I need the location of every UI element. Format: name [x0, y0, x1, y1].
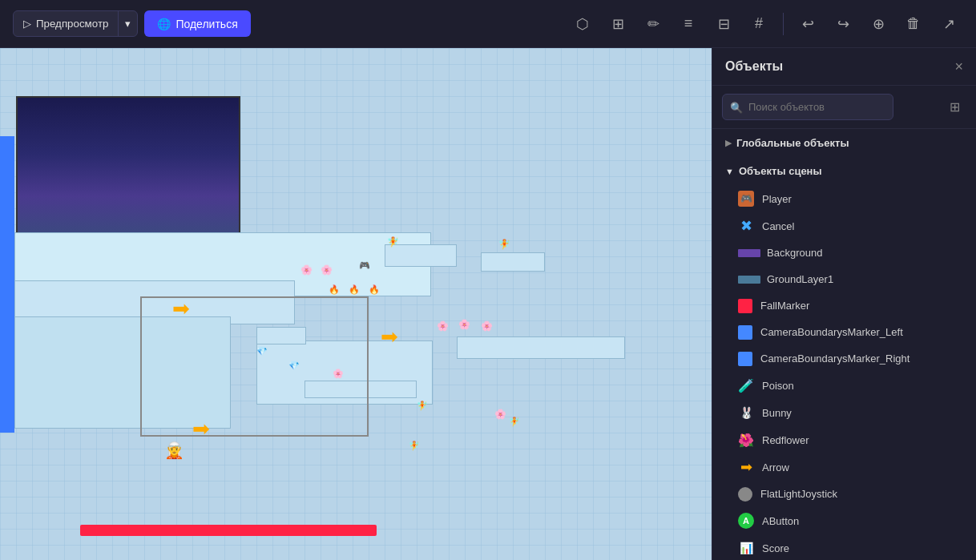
list-item[interactable]: Background ⋮	[712, 240, 976, 266]
char-obj-2: 🧚	[387, 236, 399, 248]
redo-button[interactable]: ↪	[829, 10, 857, 38]
list-item[interactable]: 🧪 Poison ⋮	[712, 372, 976, 399]
object-icon-fallmarker	[738, 299, 752, 313]
sky-background	[16, 96, 240, 240]
object-icon-cam-right	[738, 352, 752, 366]
pen-icon: ✏	[647, 15, 659, 33]
panel-close-button[interactable]: ×	[954, 59, 963, 74]
grid-icon: #	[755, 15, 763, 32]
panel-header: Объекты ×	[712, 48, 976, 86]
add-icon: ⊞	[950, 99, 960, 115]
pen-icon-button[interactable]: ✏	[639, 10, 667, 38]
redo-icon: ↪	[837, 15, 849, 33]
fire-obj-1: 🔥	[329, 284, 340, 295]
object-icon-groundlayer	[738, 276, 760, 284]
blocks-icon-button[interactable]: ⊞	[603, 10, 632, 38]
gem-obj-1: 💎	[256, 346, 268, 357]
preview-dropdown-button[interactable]: ▾	[118, 11, 137, 36]
export-icon: ↗	[943, 15, 955, 33]
zoom-in-button[interactable]: ⊕	[864, 10, 893, 38]
cube-icon: ⬡	[576, 15, 589, 33]
object-icon-cam-left	[738, 325, 752, 340]
object-icon-abutton: A	[738, 513, 754, 529]
preview-button-group[interactable]: ▷ Предпросмотр ▾	[13, 10, 138, 37]
object-name-score: Score	[762, 542, 944, 554]
toolbar-left: ▷ Предпросмотр ▾ 🌐 Поделиться	[13, 10, 251, 37]
list-item[interactable]: A AButton ⋮	[712, 507, 976, 534]
main-area: ➡ ➡ ➡ 🌸 🌸 🎮 🧚 🧚 🔥 🔥 🔥 🌸 🌸 🌸 💎 💎 🌸 🧚 🌸 🧚 …	[0, 48, 976, 560]
arrow-sprite-2: ➡	[381, 324, 398, 349]
flower-obj-5: 🌸	[481, 320, 493, 332]
fire-obj-2: 🔥	[349, 284, 360, 295]
object-icon-player: 🎮	[738, 191, 754, 207]
stack-icon-button[interactable]: ⊟	[709, 10, 738, 38]
object-name-cancel: Cancel	[762, 220, 944, 232]
stack-icon: ⊟	[718, 15, 730, 33]
toolbar-right: ⬡ ⊞ ✏ ≡ ⊟ # ↩ ↪ ⊕ 🗑 ↗	[568, 10, 963, 38]
section-header-scene[interactable]: ▼ Объекты сцены	[712, 157, 976, 185]
panel-body: ▶ Глобальные объекты ▼ Объекты сцены 🎮 P…	[712, 129, 976, 560]
chevron-down-icon: ▾	[125, 18, 131, 30]
blue-border	[0, 136, 14, 433]
layers-icon-button[interactable]: ≡	[674, 10, 703, 38]
flower-obj-2: 🌸	[321, 264, 333, 276]
cube-icon-button[interactable]: ⬡	[568, 10, 597, 38]
object-name-background: Background	[767, 247, 944, 259]
undo-icon: ↩	[802, 15, 814, 33]
list-item[interactable]: 📊 Score ⋮	[712, 534, 976, 560]
search-input[interactable]	[722, 94, 893, 120]
object-name-cam-left: CameraBoundarysMarker_Left	[760, 326, 944, 338]
list-item[interactable]: FlatLightJoystick ⋮	[712, 481, 976, 507]
globe-icon: 🌐	[157, 18, 171, 30]
list-item[interactable]: CameraBoundarysMarker_Left ⋮	[712, 319, 976, 345]
object-icon-poison: 🧪	[738, 377, 754, 393]
canvas-area[interactable]: ➡ ➡ ➡ 🌸 🌸 🎮 🧚 🧚 🔥 🔥 🔥 🌸 🌸 🌸 💎 💎 🌸 🧚 🌸 🧚 …	[0, 48, 712, 560]
platform-top-right2	[481, 252, 545, 272]
object-icon-redflower: 🌺	[738, 432, 754, 448]
blocks-icon: ⊞	[612, 15, 624, 33]
object-name-joystick: FlatLightJoystick	[760, 488, 944, 500]
arrow-sprite-1: ➡	[172, 296, 190, 321]
share-label: Поделиться	[175, 18, 237, 30]
object-name-poison: Poison	[762, 380, 944, 392]
char-obj-4: 🧚	[417, 401, 428, 411]
undo-button[interactable]: ↩	[793, 10, 822, 38]
char-obj-1: 🎮	[359, 260, 370, 271]
list-item[interactable]: 🌺 Redflower ⋮	[712, 426, 976, 453]
arrow-sprite-3: ➡	[192, 417, 210, 441]
fire-obj-3: 🔥	[369, 284, 380, 295]
flower-obj-6: 🌸	[333, 369, 344, 379]
list-item[interactable]: FallMarker ⋮	[712, 292, 976, 319]
object-icon-background	[738, 249, 760, 257]
preview-main-button[interactable]: ▷ Предпросмотр	[14, 11, 118, 36]
object-name-arrow: Arrow	[762, 461, 944, 473]
section-label-global: Глобальные объекты	[736, 137, 849, 149]
search-icon: 🔍	[730, 101, 743, 113]
delete-button[interactable]: 🗑	[899, 10, 928, 38]
toolbar: ▷ Предпросмотр ▾ 🌐 Поделиться ⬡ ⊞ ✏ ≡ ⊟	[0, 0, 976, 48]
list-item[interactable]: 🎮 Player ⋮	[712, 185, 976, 212]
section-header-global[interactable]: ▶ Глобальные объекты	[712, 129, 976, 157]
delete-icon: 🗑	[906, 15, 921, 32]
panel-title: Объекты	[725, 59, 783, 74]
char-obj-5: 🧚	[509, 417, 520, 427]
objects-panel: Объекты × 🔍 ⊞ ▶ Глобальные объекты ▼ Об	[712, 48, 976, 560]
chevron-down-scene-icon: ▼	[725, 167, 734, 176]
list-item[interactable]: GroundLayer1 ⋮	[712, 266, 976, 292]
list-item[interactable]: ✖ Cancel ⋮	[712, 212, 976, 240]
flower-obj-3: 🌸	[437, 320, 449, 332]
list-item[interactable]: 🐰 Bunny ⋮	[712, 399, 976, 426]
object-icon-arrow: ➡	[738, 459, 754, 475]
export-button[interactable]: ↗	[934, 10, 963, 38]
object-name-abutton: AButton	[762, 515, 944, 527]
share-button[interactable]: 🌐 Поделиться	[144, 10, 250, 37]
object-icon-cancel: ✖	[738, 218, 754, 234]
add-object-button[interactable]: ⊞	[942, 95, 966, 119]
red-bar	[80, 525, 377, 536]
grid-icon-button[interactable]: #	[744, 10, 773, 38]
list-item[interactable]: CameraBoundarysMarker_Right ⋮	[712, 345, 976, 372]
layers-icon: ≡	[684, 15, 693, 32]
object-icon-joystick	[738, 487, 752, 502]
panel-search: 🔍 ⊞	[712, 86, 976, 129]
list-item[interactable]: ➡ Arrow ⋮	[712, 453, 976, 481]
